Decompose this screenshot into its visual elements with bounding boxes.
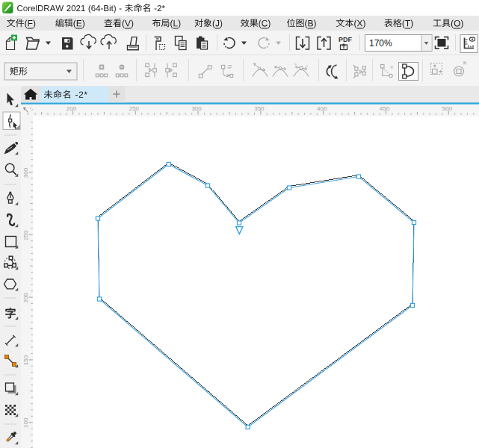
- svg-text:250: 250: [129, 105, 140, 112]
- svg-text:200: 200: [22, 293, 29, 303]
- svg-text:400: 400: [317, 105, 327, 112]
- svg-text:200: 200: [67, 105, 77, 112]
- svg-text:250: 250: [22, 230, 29, 240]
- svg-text:150: 150: [22, 355, 29, 365]
- svg-text:350: 350: [254, 105, 265, 112]
- svg-text:PDF: PDF: [339, 36, 353, 43]
- svg-text:300: 300: [191, 105, 202, 112]
- svg-text:450: 450: [380, 105, 390, 112]
- svg-text:300: 300: [22, 167, 29, 178]
- svg-text:500: 500: [442, 105, 453, 112]
- svg-text:170%: 170%: [369, 38, 392, 49]
- svg-text:100: 100: [22, 417, 29, 428]
